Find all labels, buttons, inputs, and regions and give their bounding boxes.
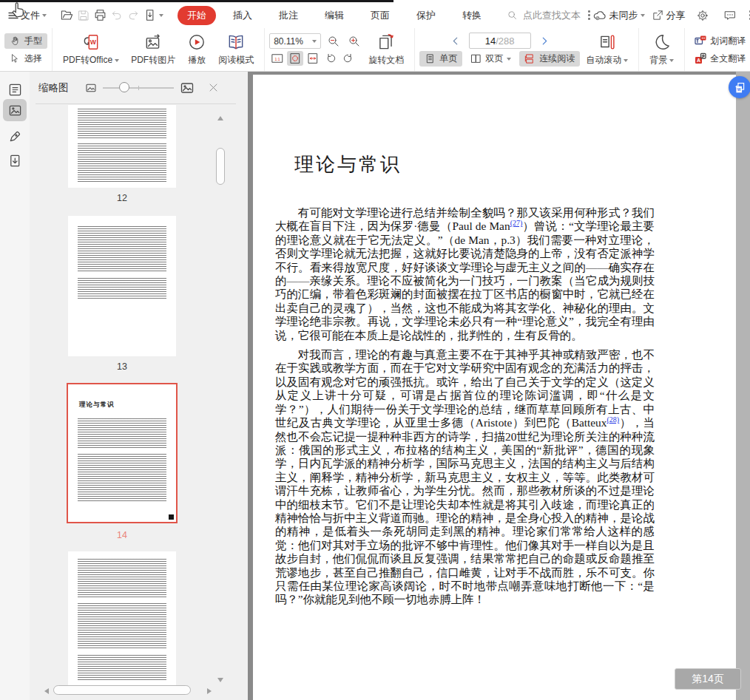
single-page-button[interactable]: 单页	[419, 51, 462, 67]
rotate-cw-icon	[342, 52, 355, 65]
zoom-out-icon	[327, 35, 340, 48]
thumbnail-text-block	[78, 418, 166, 448]
redo-icon	[126, 9, 140, 22]
page-number-input[interactable]: 14/288	[469, 33, 531, 49]
zoom-out-button[interactable]	[325, 34, 342, 49]
toolbar: 手型 选择 W PDF转Office	[0, 28, 750, 72]
next-page-button[interactable]	[538, 35, 550, 47]
print-button[interactable]	[93, 7, 107, 24]
save-button[interactable]	[77, 7, 90, 24]
hand-tool-button[interactable]: 手型	[4, 33, 47, 49]
background-label: 背景	[649, 54, 667, 67]
menu-tab-1[interactable]: 开始	[178, 6, 216, 25]
scroll-up-arrow[interactable]	[217, 116, 223, 120]
thumb-large-icon[interactable]	[180, 81, 195, 95]
pdf-to-image-button[interactable]: PDF转图片	[125, 33, 181, 67]
menu-tab-6[interactable]: 保护	[407, 6, 445, 25]
open-file-button[interactable]	[60, 7, 74, 24]
share-button[interactable]: 分享	[652, 9, 686, 22]
rail-attachment-button[interactable]	[3, 149, 27, 171]
scroll-left-arrow[interactable]	[44, 688, 49, 694]
footnote-link[interactable]: (28)	[607, 415, 620, 424]
auto-scroll-label: 自动滚动	[586, 54, 621, 67]
full-translate-label: 全文翻译	[710, 52, 746, 65]
more-menu-icon[interactable]	[747, 10, 750, 20]
open-icon	[60, 8, 74, 22]
convert-float-button[interactable]: W	[729, 76, 750, 98]
read-mode-button[interactable]: 阅读模式	[212, 33, 260, 67]
chevron-down-icon[interactable]	[159, 14, 163, 17]
svg-text:W: W	[737, 87, 740, 92]
sidebar-rail	[0, 72, 30, 700]
rail-thumbnail-button[interactable]	[3, 99, 27, 121]
rail-outline-button[interactable]	[3, 78, 27, 101]
play-label: 播放	[188, 54, 206, 67]
select-tool-button[interactable]: 选择	[4, 51, 47, 67]
vertical-scrollbar-thumb[interactable]	[216, 148, 225, 185]
thumbnail-page-13[interactable]	[68, 216, 176, 356]
feedback-button[interactable]	[721, 7, 739, 24]
footnote-link[interactable]: (27)	[510, 219, 523, 227]
chevron-down-icon	[507, 58, 511, 61]
thumbnail-preview-title: 理论与常识	[79, 401, 115, 410]
undo-button[interactable]	[110, 7, 124, 24]
horizontal-scrollbar-thumb[interactable]	[53, 685, 191, 695]
word-translate-button[interactable]: 划词翻译	[689, 33, 750, 49]
scroll-right-arrow[interactable]	[207, 688, 212, 694]
tool-group-pointer: 手型 选择	[0, 28, 53, 71]
close-panel-button[interactable]	[208, 82, 219, 93]
continuous-read-button[interactable]: 连续阅读	[519, 51, 580, 67]
scroll-down-arrow[interactable]	[217, 678, 223, 682]
single-page-icon	[425, 53, 436, 64]
document-body: 有可能对文学理论进行总结并绘制全貌吗？那又该采用何种形式？我们大概在盲目下注，因…	[275, 206, 655, 613]
full-translate-button[interactable]: A 全文翻译	[689, 51, 750, 67]
fit-page-button[interactable]	[287, 51, 303, 66]
document-page[interactable]: 理论与常识 有可能对文学理论进行总结并绘制全貌吗？那又该采用何种形式？我们大概在…	[253, 75, 736, 700]
settings-button[interactable]	[694, 7, 712, 24]
chevron-left-icon	[450, 35, 462, 47]
menu-tab-7[interactable]: 转换	[453, 6, 491, 25]
play-button[interactable]: 播放	[181, 33, 212, 67]
rotate-document-button[interactable]: 旋转文档	[362, 33, 410, 67]
rotate-doc-icon	[376, 33, 396, 52]
menubar-right: 未同步 分享	[592, 7, 750, 24]
chevron-down-icon	[115, 59, 119, 62]
thumbnail-page-number: 14	[68, 530, 176, 540]
background-button[interactable]: 背景	[643, 33, 680, 67]
current-page: 14	[485, 35, 496, 47]
double-page-button[interactable]: 双页	[465, 51, 516, 67]
redo-button[interactable]	[126, 7, 140, 24]
menu-tab-2[interactable]: 插入	[223, 6, 262, 25]
search-box[interactable]: 点此查找文本	[507, 9, 592, 22]
thumbnail-page-15[interactable]	[68, 551, 176, 685]
rotate-right-button[interactable]	[340, 51, 357, 66]
zoom-level-combo[interactable]: 80.11%	[269, 33, 321, 49]
sync-status[interactable]: 未同步	[592, 8, 645, 23]
auto-scroll-button[interactable]: 自动滚动	[580, 33, 634, 67]
prev-page-button[interactable]	[450, 35, 462, 47]
moon-icon	[652, 33, 672, 52]
thumbnail-page-14[interactable]: 理论与常识	[67, 383, 178, 523]
menu-tab-4[interactable]: 编辑	[315, 6, 354, 25]
fit-width-button[interactable]	[305, 51, 321, 66]
rotate-left-button[interactable]	[322, 51, 339, 66]
actual-size-button[interactable]: 1:1	[269, 51, 286, 66]
document-canvas: 理论与常识 有可能对文学理论进行总结并绘制全貌吗？那又该采用何种形式？我们大概在…	[248, 72, 750, 700]
document-scrollbar[interactable]	[736, 72, 750, 700]
thumbnail-page-12[interactable]	[68, 105, 176, 188]
slider-knob[interactable]	[119, 82, 129, 92]
pdf-office-icon: W	[81, 33, 101, 52]
pdf-to-office-button[interactable]: W PDF转Office	[57, 33, 125, 67]
search-more-icon[interactable]	[586, 10, 592, 20]
menu-tab-5[interactable]: 页面	[361, 6, 399, 25]
zoom-in-button[interactable]	[346, 34, 362, 49]
thumbnail-page-number: 12	[68, 193, 176, 203]
thumbnail-size-slider[interactable]	[103, 87, 174, 89]
rail-signature-button[interactable]	[3, 125, 27, 147]
chevron-down-icon	[42, 14, 47, 17]
thumbnail-text-block	[78, 559, 166, 597]
export-document-button[interactable]	[143, 7, 157, 24]
menu-tab-3[interactable]: 批注	[269, 6, 308, 25]
fit-width-icon	[306, 52, 320, 65]
thumb-small-icon[interactable]	[85, 82, 97, 94]
